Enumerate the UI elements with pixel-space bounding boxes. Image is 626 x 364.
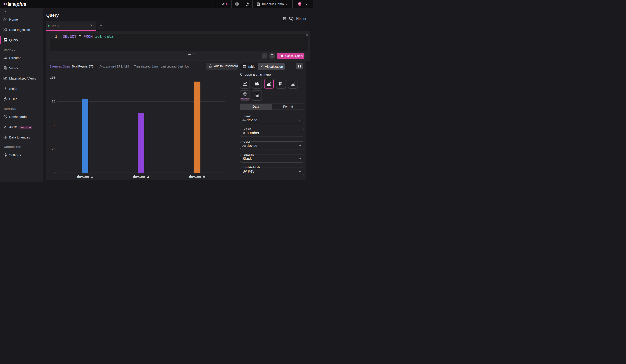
svg-text:0: 0 <box>54 171 56 175</box>
svg-text:device_1: device_1 <box>77 175 93 179</box>
svg-text:25: 25 <box>52 148 56 151</box>
svg-text:device_0: device_0 <box>189 175 205 179</box>
svg-text:device_2: device_2 <box>133 175 149 179</box>
svg-text:100: 100 <box>50 76 56 80</box>
svg-text:75: 75 <box>52 100 56 104</box>
svg-text:50: 50 <box>52 124 56 127</box>
